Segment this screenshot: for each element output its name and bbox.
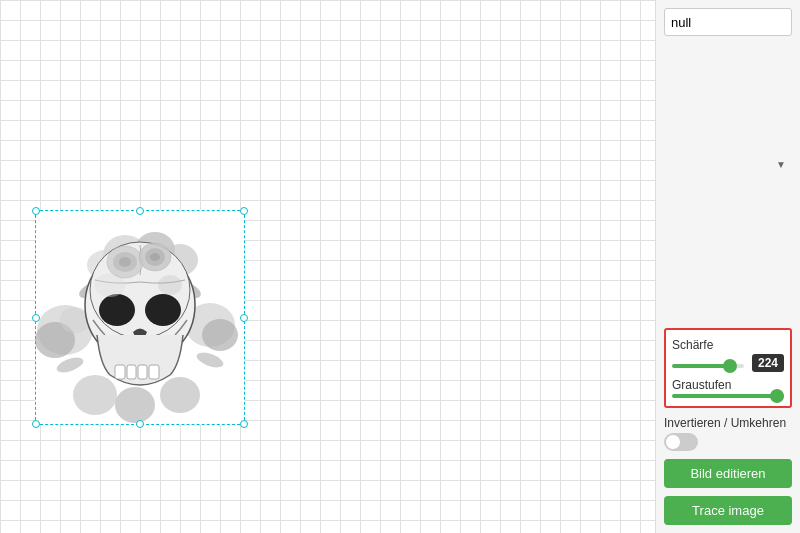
- invertieren-toggle[interactable]: [664, 433, 698, 451]
- svg-point-26: [158, 275, 182, 295]
- sidebar: null option1 option2 ▼ Schärfe 224 Graus…: [655, 0, 800, 533]
- svg-point-20: [145, 294, 181, 326]
- svg-point-5: [202, 319, 238, 351]
- graustufen-row: Graustufen: [672, 378, 784, 398]
- svg-point-15: [115, 387, 155, 423]
- schärfe-label: Schärfe: [672, 338, 784, 352]
- schärfe-slider-wrap: [672, 356, 744, 371]
- dropdown-arrow-icon: ▼: [776, 159, 786, 170]
- skull-svg: [35, 210, 245, 425]
- schärfe-row: Schärfe 224: [672, 338, 784, 372]
- svg-point-31: [119, 257, 131, 267]
- schärfe-slider[interactable]: [672, 364, 744, 368]
- canvas-area: [0, 0, 655, 533]
- schärfe-value: 224: [752, 354, 784, 372]
- skull-image: [35, 210, 245, 425]
- trace-image-button[interactable]: Trace image: [664, 496, 792, 525]
- svg-point-14: [73, 375, 117, 415]
- svg-rect-21: [115, 365, 125, 379]
- invertieren-section: Invertieren / Umkehren: [664, 416, 792, 451]
- svg-point-16: [160, 377, 200, 413]
- svg-point-19: [99, 294, 135, 326]
- svg-point-32: [150, 253, 160, 261]
- graustufen-slider[interactable]: [672, 394, 784, 398]
- null-dropdown-container: null option1 option2 ▼: [664, 8, 792, 320]
- toggle-knob: [666, 435, 680, 449]
- highlight-panel: Schärfe 224 Graustufen: [664, 328, 792, 408]
- svg-rect-22: [127, 365, 136, 379]
- null-dropdown[interactable]: null option1 option2: [664, 8, 792, 36]
- bild-editieren-button[interactable]: Bild editieren: [664, 459, 792, 488]
- schärfe-slider-row: 224: [672, 354, 784, 372]
- svg-rect-23: [138, 365, 147, 379]
- svg-rect-24: [149, 365, 159, 379]
- invertieren-label: Invertieren / Umkehren: [664, 416, 792, 430]
